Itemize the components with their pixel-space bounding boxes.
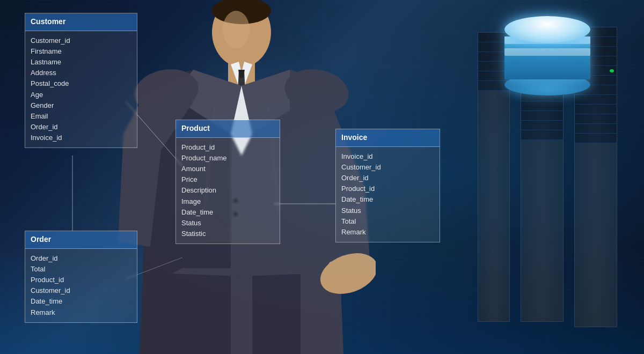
field-order-id: Order_id xyxy=(31,253,131,264)
field-statistic: Statistic xyxy=(181,228,274,239)
db-stripe-2 xyxy=(504,48,590,56)
rack-slot xyxy=(575,134,617,143)
rack-slot xyxy=(575,114,617,124)
led-green xyxy=(610,69,614,72)
customer-title-label: Customer xyxy=(31,17,65,26)
field-image: Image xyxy=(181,196,274,207)
rack-slot xyxy=(521,130,563,140)
field-customer-id: Customer_id xyxy=(31,285,131,296)
customer-table: Customer Customer_id Firstname Lastname … xyxy=(25,13,137,148)
field-order-id: Order_id xyxy=(31,122,131,132)
field-firstname: Firstname xyxy=(31,46,131,57)
field-remark: Remark xyxy=(341,227,434,238)
order-table: Order Order_id Total Product_id Customer… xyxy=(25,231,137,323)
field-product-id: Product_id xyxy=(31,275,131,285)
db-top-ellipse xyxy=(504,16,590,43)
product-table: Product Product_id Product_name Amount P… xyxy=(175,120,280,244)
db-body xyxy=(504,36,590,79)
field-price: Price xyxy=(181,174,274,185)
order-title-label: Order xyxy=(31,235,51,244)
invoice-fields: Invoice_id Customer_id Order_id Product_… xyxy=(336,147,440,242)
field-address: Address xyxy=(31,68,131,78)
field-date-time: Date_time xyxy=(181,207,274,218)
field-email: Email xyxy=(31,111,131,122)
field-total: Total xyxy=(31,264,131,275)
rack-slot xyxy=(575,124,617,134)
order-fields: Order_id Total Product_id Customer_id Da… xyxy=(25,249,137,322)
field-order-id: Order_id xyxy=(341,173,434,183)
field-date-time: Date_time xyxy=(341,194,434,205)
field-age: Age xyxy=(31,90,131,100)
invoice-title-label: Invoice xyxy=(341,133,367,142)
field-status: Status xyxy=(341,205,434,216)
field-date-time: Date_time xyxy=(31,296,131,307)
customer-fields: Customer_id Firstname Lastname Address P… xyxy=(25,31,137,148)
field-remark: Remark xyxy=(31,307,131,318)
field-product-id: Product_id xyxy=(181,142,274,153)
db-cylinder xyxy=(504,16,590,95)
field-invoice-id: Invoice_id xyxy=(31,132,131,143)
rack-slot xyxy=(521,121,563,130)
field-customer-id: Customer_id xyxy=(31,35,131,46)
product-table-header: Product xyxy=(176,120,280,138)
product-title-label: Product xyxy=(181,124,210,132)
invoice-table: Invoice Invoice_id Customer_id Order_id … xyxy=(335,129,440,242)
field-lastname: Lastname xyxy=(31,57,131,68)
field-invoice-id: Invoice_id xyxy=(341,151,434,162)
field-description: Description xyxy=(181,185,274,196)
field-status: Status xyxy=(181,218,274,228)
product-fields: Product_id Product_name Amount Price Des… xyxy=(176,138,280,244)
field-product-id: Product_id xyxy=(341,183,434,194)
field-customer-id: Customer_id xyxy=(341,162,434,173)
field-product-name: Product_name xyxy=(181,153,274,164)
field-gender: Gender xyxy=(31,100,131,111)
database-icon xyxy=(494,16,601,113)
field-amount: Amount xyxy=(181,164,274,174)
order-table-header: Order xyxy=(25,231,137,249)
customer-table-header: Customer xyxy=(25,13,137,31)
field-total: Total xyxy=(341,216,434,227)
svg-point-4 xyxy=(223,11,250,48)
field-postal-code: Postal_code xyxy=(31,78,131,89)
invoice-table-header: Invoice xyxy=(336,129,440,147)
